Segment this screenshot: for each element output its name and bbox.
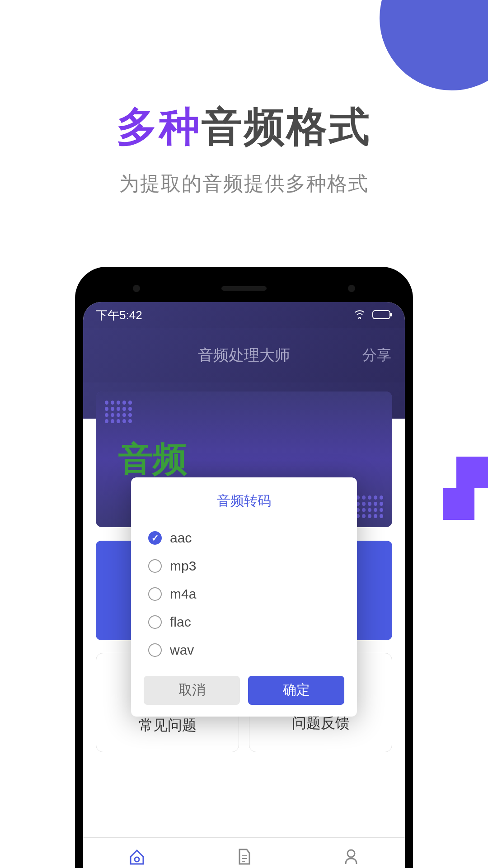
radio-icon [148,531,162,545]
format-list: aacmp3m4aflacwav [144,524,344,664]
format-label: m4a [170,586,196,602]
format-dialog: 音频转码 aacmp3m4aflacwav 取消 确定 [131,477,357,717]
radio-icon [148,615,162,629]
promo-title: 多种音频格式 [0,99,488,155]
radio-icon [148,643,162,657]
hero-text: 音频 [118,436,187,483]
promo-title-accent: 多种 [117,104,202,149]
dialog-title: 音频转码 [144,492,344,510]
phone-frame: 下午5:42 音频处理大师 分享 音频 [75,267,413,868]
radio-icon [148,587,162,601]
promo-subtitle: 为提取的音频提供多种格式 [0,170,488,197]
radio-icon [148,559,162,573]
format-option-mp3[interactable]: mp3 [144,552,344,580]
confirm-button[interactable]: 确定 [248,676,344,705]
format-option-aac[interactable]: aac [144,524,344,552]
dialog-overlay: 音频转码 aacmp3m4aflacwav 取消 确定 [83,302,405,868]
format-option-wav[interactable]: wav [144,636,344,664]
dialog-buttons: 取消 确定 [144,676,344,705]
format-option-flac[interactable]: flac [144,608,344,636]
format-label: mp3 [170,558,196,574]
format-label: flac [170,614,191,630]
format-option-m4a[interactable]: m4a [144,580,344,608]
format-label: aac [170,530,192,546]
format-label: wav [170,642,194,658]
phone-notch [83,275,405,302]
decorative-blob-top [380,0,488,90]
phone-screen: 下午5:42 音频处理大师 分享 音频 [83,302,405,868]
decorative-blob-right [443,457,488,520]
promo-title-rest: 音频格式 [202,104,371,149]
cancel-button[interactable]: 取消 [144,676,240,705]
